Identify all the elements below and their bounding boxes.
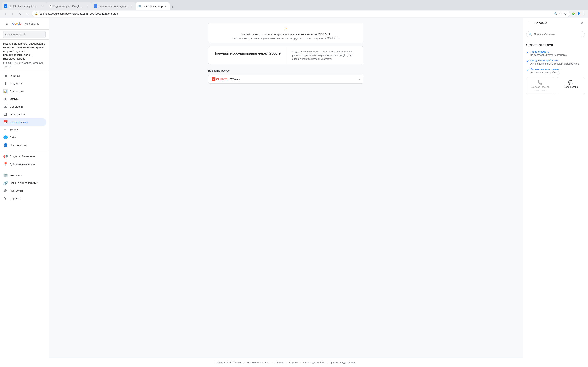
sidebar-item-services[interactable]: ≡ Услуги [0,126,46,133]
tab-close-3[interactable]: ✕ [130,4,133,8]
messages-icon: ✉ [3,105,7,109]
sidebar-item-label-bookings: Бронирования [10,120,27,124]
footer-link-iphone[interactable]: Приложение для iPhone [329,361,355,364]
yclients-logo-text: CLIENTS [216,78,228,81]
info-icon: ℹ [3,81,7,86]
help-link-item-2[interactable]: ✔ Сведения о проблеме API не появляется … [526,59,585,65]
reload-button[interactable]: ↻ [17,11,23,17]
help-back-button[interactable]: ‹ [526,20,532,26]
booking-card-description: Предоставьте клиентам возможность записы… [291,50,359,61]
community-label: Сообщество [563,86,578,89]
bottom-label-companies: Компании [10,174,22,177]
settings-icon[interactable]: ⚙ [563,12,567,16]
business-id: 199034 [3,65,45,68]
booking-card-right: Предоставьте клиентам возможность записы… [286,47,363,64]
business-name: RELISH barbershop (Барбершоп в мужском с… [3,42,45,60]
resource-name: YClients [230,78,356,81]
hamburger-button[interactable]: ☰ [3,20,10,27]
footer-link-help[interactable]: Справка [289,361,298,364]
sidebar-item-label-photos: Фотографии [10,113,25,116]
sidebar-action-create-ad[interactable]: 📢 Создать объявление [0,152,46,160]
help-contact-community[interactable]: 💬 Сообщество [557,77,585,94]
resource-label: Выберите ресурс [208,69,363,72]
sidebar-bottom-companies[interactable]: 🏢 Компании [0,171,46,179]
tab-settings[interactable]: ✓ Настройки личных данных ✕ [91,2,136,10]
back-button[interactable]: ‹ [2,11,8,17]
tab-relish-active[interactable]: 🔡 Relish Barbershop ✕ [136,2,170,10]
sidebar-item-stats[interactable]: 📊 Статистика [0,87,46,95]
footer-link-privacy[interactable]: Конфиденциальность [247,361,270,364]
help-link-main-2[interactable]: Сведения о проблеме [530,59,579,62]
sidebar-bottom-settings[interactable]: ⚙ Настройки [0,187,46,195]
help-link-text-1: Начало работы не работает интеграция ycl… [530,50,567,57]
footer-link-policy[interactable]: Правила [275,361,284,364]
help-search-bar[interactable]: 🔍 [526,31,585,37]
tab-favicon-1: R [4,4,7,8]
sidebar-item-messages[interactable]: ✉ Сообщения [0,103,46,111]
sidebar-item-home[interactable]: ⊞ Главная [0,72,46,80]
footer-copyright: © Google, 2021 [215,361,231,364]
stats-icon: 📊 [3,89,7,94]
sidebar-item-bookings[interactable]: 📅 Бронирования [0,118,46,126]
sidebar-item-site[interactable]: 🌐 Сайт [0,133,46,141]
address-bar[interactable]: 🔒 business.google.com/bookings/l/0321546… [32,11,570,17]
search-companies-input[interactable] [3,31,45,38]
home-icon: ⊞ [3,74,7,78]
reviews-icon: ★ [3,97,7,101]
sidebar-item-reviews[interactable]: ★ Отзывы [0,95,46,103]
sidebar-item-label-stats: Статистика [10,90,24,93]
new-tab-button[interactable]: + [170,4,175,10]
sidebar-item-label-messages: Сообщения [10,105,24,108]
bottom-label-help: Справка [10,197,20,200]
tab-title-1: RELISH barbershop (Барбер... [9,5,40,8]
tab-title-2: Задать вопрос - Google Мой ... [53,5,85,8]
tab-close-4[interactable]: ✕ [164,4,167,8]
sidebar: ☰ Google Мой бизнес RELISH barbershop (Б… [0,18,49,367]
check-icon-3: ✔ [526,68,529,72]
profile-icon[interactable]: 👤 [577,12,581,16]
search-icon[interactable]: 🔍 [553,12,558,16]
action-label-create-ad: Создать объявление [10,155,35,158]
tab-relish-barbershop[interactable]: R RELISH barbershop (Барбер... ✕ [2,2,47,10]
forward-button[interactable]: › [10,11,16,17]
help-icon: ? [3,196,7,201]
photos-icon: 🖼 [3,112,7,117]
home-button[interactable]: ⌂ [25,11,30,17]
help-link-sub-3: (Показать время работы) [530,71,559,74]
help-link-main-3[interactable]: Варианты связи с нами [530,68,559,71]
sidebar-item-info[interactable]: ℹ Сведения [0,80,46,87]
covid-title: На работу некоторых поставщиков могла по… [213,33,358,36]
help-search-input[interactable] [534,33,582,36]
extensions-icon[interactable]: 🧩 [572,12,576,16]
sidebar-item-users[interactable]: 👤 Пользователи [0,141,46,149]
sidebar-action-add-company[interactable]: 📍 Добавить компанию [0,160,46,168]
phone-icon: 📞 [537,80,543,85]
business-info: RELISH barbershop (Барбершоп в мужском с… [0,40,49,70]
help-link-item-1[interactable]: ✔ Начало работы не работает интеграция y… [526,50,585,57]
tabs-bar: R RELISH barbershop (Барбер... ✕ G Задат… [2,0,586,10]
sidebar-bottom-help[interactable]: ? Справка [0,195,46,202]
tab-google-question[interactable]: G Задать вопрос - Google Мой ... ✕ [47,2,91,10]
tab-close-2[interactable]: ✕ [86,4,89,8]
help-link-text-3: Варианты связи с нами (Показать время ра… [530,68,559,74]
bookings-icon: 📅 [3,120,7,124]
sidebar-bottom-ad-link[interactable]: 🔗 Связь с объявлениями [0,179,46,187]
more-icon[interactable]: ⋮ [581,12,586,16]
footer-link-android[interactable]: Скачать для Android [303,361,324,364]
check-icon-1: ✔ [526,50,529,54]
tab-close-1[interactable]: ✕ [41,4,44,8]
help-search-icon: 🔍 [529,33,532,36]
sidebar-item-photos[interactable]: 🖼 Фотографии [0,111,46,118]
bookmark-icon[interactable]: ☆ [558,12,562,16]
footer-link-terms[interactable]: Условия [233,361,242,364]
help-link-item-3[interactable]: ✔ Варианты связи с нами (Показать время … [526,68,585,74]
help-close-button[interactable]: ✕ [579,20,585,26]
my-business-label: Мой бизнес [25,22,39,25]
yclients-logo: Y CLIENTS [212,77,228,81]
community-icon: 💬 [568,80,573,85]
help-link-main-1[interactable]: Начало работы [530,50,567,53]
sidebar-item-label-services: Услуги [10,128,18,131]
tab-title-4: Relish Barbershop [143,5,163,8]
address-bar-icons: 🔍 ☆ ⚙ [553,12,567,16]
resource-item-yclients[interactable]: Y CLIENTS YClients › [208,75,363,83]
